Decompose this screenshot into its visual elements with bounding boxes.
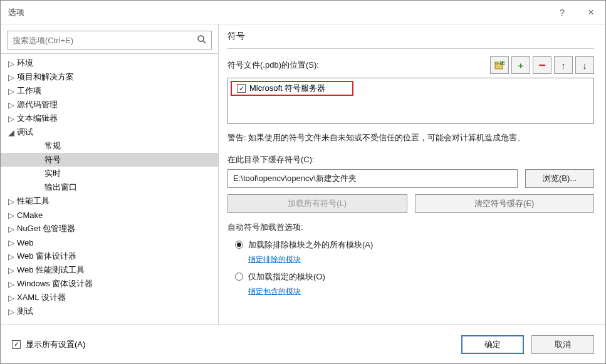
link-excluded: 指定排除的模块 [248,254,594,265]
list-item-label: Microsoft 符号服务器 [249,83,325,94]
load-all-button[interactable]: 加载所有符号(L) [227,194,407,213]
titlebar: 选项 ? × [1,1,605,24]
radio-icon[interactable] [235,241,243,249]
chevron-right-icon[interactable]: ▷ [8,238,17,247]
tree-item[interactable]: 实时 [1,167,218,180]
tree-item-label: XAML 设计器 [17,292,66,303]
move-down-icon[interactable]: ↓ [575,56,594,74]
tree-item[interactable]: ▷NuGet 包管理器 [1,222,218,236]
show-all-label: 显示所有设置(A) [26,339,85,350]
svg-rect-3 [495,62,498,64]
tree-item[interactable]: ◢调试 [1,125,218,139]
chevron-right-icon[interactable]: ▷ [8,73,17,82]
tree-item[interactable]: ▷Windows 窗体设计器 [1,277,218,291]
remove-icon[interactable]: − [533,56,551,74]
chevron-right-icon[interactable]: ▷ [8,86,17,96]
tree-item-label: Web [17,238,34,247]
chevron-right-icon[interactable]: ▷ [8,100,17,110]
options-dialog: 选项 ? × ▷环境▷项目和解决方案▷工作项▷源代码管理▷文本编辑器◢调试常规符… [0,0,606,364]
tree-item[interactable]: ▷工作项 [1,84,218,98]
clear-cache-button[interactable]: 清空符号缓存(E) [415,194,595,213]
tree-item-label: 实时 [44,168,61,179]
checkbox-icon[interactable]: ✓ [12,340,21,349]
tree-item-label: 源代码管理 [17,99,58,110]
window-title: 选项 [8,7,548,18]
right-panel: 符号 符号文件(.pdb)的位置(S): + − ↑ ↓ ✓ Microsoft [219,24,605,325]
chevron-right-icon[interactable]: ▷ [8,252,17,261]
svg-point-0 [198,36,204,41]
chevron-right-icon[interactable]: ▷ [8,197,17,206]
help-icon[interactable]: ? [548,1,577,24]
symbol-locations-list[interactable]: ✓ Microsoft 符号服务器 [227,78,594,124]
button-row: 加载所有符号(L) 清空符号缓存(E) [227,194,594,213]
tree-item-label: 工作项 [17,85,41,96]
left-panel: ▷环境▷项目和解决方案▷工作项▷源代码管理▷文本编辑器◢调试常规符号实时输出窗口… [1,24,219,325]
tree-item[interactable]: ▷XAML 设计器 [1,291,218,304]
tree-item-label: 项目和解决方案 [17,71,74,83]
tree-item-label: 常规 [44,140,61,152]
divider [227,48,594,49]
cancel-button[interactable]: 取消 [531,335,594,354]
chevron-down-icon[interactable]: ◢ [8,128,17,137]
tree-item-label: Web 性能测试工具 [17,264,85,276]
svg-line-1 [203,41,206,43]
tree-item[interactable]: 符号 [1,153,218,167]
chevron-right-icon[interactable]: ▷ [8,307,17,316]
move-up-icon[interactable]: ↑ [554,56,573,74]
locations-row: 符号文件(.pdb)的位置(S): + − ↑ ↓ [227,56,594,74]
tree-item[interactable]: ▷Web [1,236,218,249]
tree-item-label: 文本编辑器 [17,113,58,124]
radio-label: 加载除排除模块之外的所有模块(A) [248,239,373,251]
tree-item-label: Windows 窗体设计器 [17,278,93,289]
tree-item[interactable]: ▷环境 [1,56,218,70]
radio-all-modules[interactable]: 加载除排除模块之外的所有模块(A) [235,239,594,251]
page-title: 符号 [227,31,594,42]
tree-item[interactable]: ▷性能工具 [1,194,218,208]
chevron-right-icon[interactable]: ▷ [8,59,17,68]
add-icon[interactable]: + [511,56,530,74]
tree-item-label: Web 窗体设计器 [17,251,76,262]
tree-item[interactable]: ▷Web 性能测试工具 [1,263,218,277]
chevron-right-icon[interactable]: ▷ [8,211,17,220]
tree-item[interactable]: 输出窗口 [1,180,218,194]
cache-path-input[interactable] [227,169,518,188]
browse-button[interactable]: 浏览(B)... [525,169,594,188]
tree-item[interactable]: ▷文本编辑器 [1,112,218,125]
chevron-right-icon[interactable]: ▷ [8,114,17,123]
category-tree[interactable]: ▷环境▷项目和解决方案▷工作项▷源代码管理▷文本编辑器◢调试常规符号实时输出窗口… [1,53,218,325]
ok-button[interactable]: 确定 [461,335,524,354]
search-input[interactable] [7,31,212,49]
tree-item[interactable]: ▷Web 窗体设计器 [1,249,218,263]
tree-item[interactable]: ▷项目和解决方案 [1,70,218,84]
chevron-right-icon[interactable]: ▷ [8,293,17,303]
checkbox-icon[interactable]: ✓ [237,84,246,93]
chevron-right-icon[interactable]: ▷ [8,266,17,275]
cache-row: 浏览(B)... [227,169,594,188]
tree-item-label: 测试 [17,306,33,317]
tree-item[interactable]: ▷测试 [1,304,218,318]
tree-item[interactable]: ▷源代码管理 [1,98,218,112]
specify-excluded-link[interactable]: 指定排除的模块 [248,255,301,264]
close-icon[interactable]: × [577,1,605,24]
chevron-right-icon[interactable]: ▷ [8,224,17,234]
tree-item-label: 性能工具 [17,195,50,207]
footer-left: ✓ 显示所有设置(A) [12,339,461,350]
new-folder-icon[interactable] [490,56,509,74]
tree-item-label: NuGet 包管理器 [17,223,75,234]
tree-item[interactable]: ▷CMake [1,208,218,222]
specify-included-link[interactable]: 指定包含的模块 [248,287,301,296]
radio-label: 仅加载指定的模块(O) [248,271,325,283]
warning-text: 警告: 如果使用的符号文件来自未知或不受信任的位置，可能会对计算机造成危害。 [227,132,594,144]
tree-item-label: 环境 [17,58,33,69]
locations-label: 符号文件(.pdb)的位置(S): [227,60,490,71]
chevron-right-icon[interactable]: ▷ [8,279,17,289]
list-item[interactable]: ✓ Microsoft 符号服务器 [231,81,353,96]
tree-item-label: CMake [17,211,43,220]
tree-item[interactable]: 常规 [1,139,218,153]
footer: ✓ 显示所有设置(A) 确定 取消 [1,325,605,363]
tree-item-label: 调试 [17,127,33,138]
radio-only-specified[interactable]: 仅加载指定的模块(O) [235,271,594,283]
search-icon[interactable] [197,34,207,46]
radio-icon[interactable] [235,273,243,281]
dialog-body: ▷环境▷项目和解决方案▷工作项▷源代码管理▷文本编辑器◢调试常规符号实时输出窗口… [1,24,605,325]
